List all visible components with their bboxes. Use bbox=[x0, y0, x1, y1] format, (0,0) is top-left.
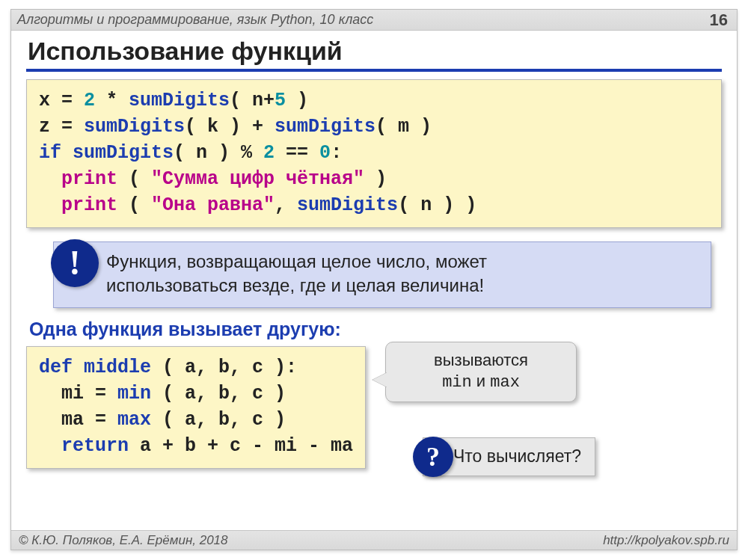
code-text: ( n+ bbox=[230, 90, 275, 111]
code-function: sumDigits bbox=[275, 116, 375, 138]
bubble-line: вызываются bbox=[396, 350, 565, 372]
code-keyword: if bbox=[39, 142, 73, 164]
code-number: 5 bbox=[275, 90, 286, 111]
footer-url: http://kpolyakov.spb.ru bbox=[603, 533, 729, 548]
code-function: min bbox=[117, 383, 151, 404]
code-text: ( k ) + bbox=[185, 116, 275, 138]
page-number: 16 bbox=[710, 10, 728, 30]
header-bar: Алгоритмы и программирование, язык Pytho… bbox=[11, 10, 737, 31]
code-text: ( a, b, c ): bbox=[151, 357, 297, 378]
bubble-line: min и max bbox=[396, 371, 565, 394]
code-block-1: x = 2 * sumDigits( n+5 ) z = sumDigits( … bbox=[26, 79, 722, 228]
content-area: x = 2 * sumDigits( n+5 ) z = sumDigits( … bbox=[11, 79, 737, 469]
code-text: z = bbox=[39, 116, 84, 138]
code-string: "Сумма цифр чётная" bbox=[151, 168, 364, 190]
code-text: == bbox=[275, 142, 319, 164]
exclamation-icon: ! bbox=[51, 239, 99, 287]
page-title: Использование функций bbox=[11, 31, 737, 69]
callout-line: Функция, возвращающая целое число, может bbox=[106, 250, 697, 274]
sub-heading: Одна функция вызывает другую: bbox=[29, 319, 722, 340]
code-text: ) bbox=[286, 90, 308, 111]
second-code-row: def middle ( a, b, c ): mi = min ( a, b,… bbox=[26, 346, 722, 469]
question-box: ? Что вычисляет? bbox=[423, 437, 595, 476]
code-function: sumDigits bbox=[297, 194, 398, 216]
info-callout: ! Функция, возвращающая целое число, мож… bbox=[53, 241, 711, 308]
code-text: ( a, b, c ) bbox=[151, 383, 286, 404]
code-text: ( n ) ) bbox=[398, 194, 476, 216]
code-string: "Она равна" bbox=[151, 194, 275, 216]
code-text: mi = bbox=[39, 383, 117, 404]
code-text: ) bbox=[364, 168, 387, 190]
copyright: © К.Ю. Поляков, Е.А. Ерёмин, 2018 bbox=[19, 533, 228, 548]
breadcrumb: Алгоритмы и программирование, язык Pytho… bbox=[17, 12, 373, 28]
code-number: 0 bbox=[319, 142, 331, 164]
code-function: max bbox=[117, 409, 151, 431]
footer-bar: © К.Ю. Поляков, Е.А. Ерёмин, 2018 http:/… bbox=[11, 530, 737, 550]
code-text: ( n ) % bbox=[174, 142, 263, 164]
code-number: 2 bbox=[84, 90, 95, 111]
bubble-code: max bbox=[490, 373, 520, 392]
code-number: 2 bbox=[263, 142, 275, 164]
code-text bbox=[39, 168, 61, 190]
code-block-2: def middle ( a, b, c ): mi = min ( a, b,… bbox=[26, 346, 366, 469]
bubble-code: min bbox=[442, 373, 472, 392]
code-text: ( bbox=[117, 194, 151, 216]
code-function: middle bbox=[84, 357, 151, 378]
code-text: : bbox=[331, 142, 342, 164]
code-keyword: def bbox=[39, 357, 84, 378]
code-text: ( m ) bbox=[375, 116, 432, 138]
code-text: , bbox=[275, 194, 297, 216]
callout-line: использоваться везде, где и целая величи… bbox=[106, 274, 697, 298]
code-function: sumDigits bbox=[129, 90, 230, 111]
code-keyword: return bbox=[61, 435, 129, 457]
speech-bubble: вызываются min и max bbox=[385, 342, 577, 402]
code-text: ( bbox=[117, 168, 151, 190]
question-text: Что вычисляет? bbox=[453, 446, 581, 467]
code-builtin: print bbox=[61, 194, 117, 216]
code-text bbox=[39, 435, 61, 457]
code-builtin: print bbox=[61, 168, 117, 190]
code-text: a + b + c - mi - ma bbox=[129, 435, 353, 457]
code-text bbox=[39, 194, 61, 216]
question-icon: ? bbox=[413, 437, 453, 477]
bubble-text: и bbox=[472, 372, 491, 390]
code-text: * bbox=[95, 90, 129, 111]
code-text: ( a, b, c ) bbox=[151, 409, 286, 431]
code-text: ma = bbox=[39, 409, 117, 431]
slide: Алгоритмы и программирование, язык Pytho… bbox=[10, 9, 738, 550]
code-function: sumDigits bbox=[73, 142, 174, 164]
title-rule bbox=[26, 69, 722, 72]
code-text: x = bbox=[39, 90, 84, 111]
code-function: sumDigits bbox=[84, 116, 185, 138]
